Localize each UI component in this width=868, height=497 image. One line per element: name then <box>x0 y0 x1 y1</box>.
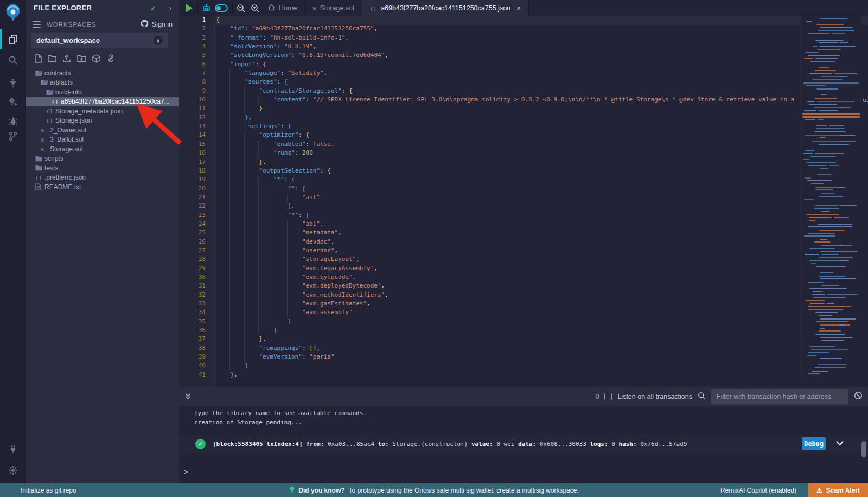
code-line[interactable]: "metadata", <box>216 229 868 238</box>
copilot-toggle[interactable] <box>215 0 228 16</box>
solidity-compiler-icon[interactable] <box>0 75 26 91</box>
code-line[interactable]: "solcVersion": "0.8.19", <box>216 43 868 52</box>
code-line[interactable]: "optimizer": { <box>216 131 868 140</box>
debugger-icon[interactable] <box>0 113 26 129</box>
code-line[interactable]: "evm.assembly" <box>216 309 868 317</box>
settings-gear-icon[interactable] <box>0 462 26 479</box>
minimap-line <box>817 49 841 50</box>
workspaces-menu-icon[interactable] <box>33 21 41 29</box>
file-tree-row[interactable]: SStorage.sol <box>26 144 179 154</box>
init-git-repo-button[interactable]: Initialize as git repo <box>21 487 76 494</box>
code-line[interactable]: "evm.legacyAssembly", <box>216 265 868 273</box>
tab-build-info-json[interactable]: {} a69b43f277ba20fcac141151250ca755.json… <box>362 0 529 16</box>
file-tree-row[interactable]: contracts <box>26 68 179 78</box>
upload-file-icon[interactable] <box>62 54 71 65</box>
code-line[interactable]: "content": "// SPDX-License-Identifier: … <box>216 96 868 105</box>
github-sign-in-button[interactable]: Sign in <box>141 20 173 29</box>
file-tree: contractsartifactsbuild-info{}a69b43f277… <box>26 68 179 192</box>
tab-storage-sol[interactable]: S Storage.sol <box>305 0 362 16</box>
scam-alert-button[interactable]: ⚠ Scam Alert <box>808 483 868 497</box>
panel-chevron-right-icon[interactable]: › <box>169 4 171 12</box>
code-line[interactable]: "id": "a69b43f277ba20fcac141151250ca755"… <box>216 25 868 34</box>
code-line[interactable]: }, <box>216 335 868 344</box>
code-line[interactable]: "language": "Solidity", <box>216 69 868 78</box>
ai-copilot-robot-icon[interactable] <box>202 0 211 16</box>
transaction-row[interactable]: ✓ [block:5583405 txIndex:4] from: 0xa03.… <box>179 435 868 453</box>
tab-home[interactable]: Home <box>260 0 305 16</box>
code-line[interactable]: ] <box>216 318 868 327</box>
doc-icon <box>35 183 44 190</box>
code-line[interactable]: }, <box>216 371 868 380</box>
code-line[interactable]: "evm.gasEstimates", <box>216 300 868 309</box>
code-line[interactable]: "ast" <box>216 194 868 202</box>
code-line[interactable]: "sources": { <box>216 78 868 87</box>
minimap[interactable] <box>801 16 861 383</box>
code-line[interactable]: }, <box>216 158 868 167</box>
upload-folder-icon[interactable] <box>77 54 86 65</box>
run-script-button[interactable] <box>186 0 193 16</box>
listen-all-transactions-checkbox[interactable] <box>604 393 612 400</box>
file-tree-row[interactable]: artifacts <box>26 78 179 88</box>
deploy-run-icon[interactable] <box>0 93 26 110</box>
zoom-in-icon[interactable] <box>251 0 260 16</box>
code-line[interactable]: "remappings": [], <box>216 345 868 353</box>
expand-transaction-icon[interactable] <box>835 439 844 449</box>
code-line[interactable]: "evmVersion": "paris" <box>216 353 868 362</box>
code-line[interactable]: "userdoc", <box>216 247 868 256</box>
code-line[interactable]: "*": { <box>216 176 868 184</box>
code-line[interactable]: "runs": 200 <box>216 149 868 158</box>
code-line[interactable]: "solcLongVersion": "0.8.19+commit.7dd6d4… <box>216 52 868 60</box>
code-line[interactable]: "evm.deployedBytecode", <box>216 282 868 291</box>
zoom-out-icon[interactable] <box>237 0 246 16</box>
code-line[interactable]: "abi", <box>216 220 868 229</box>
code-line[interactable]: ], <box>216 202 868 211</box>
code-line[interactable]: { <box>216 16 868 25</box>
clear-console-icon[interactable] <box>854 391 863 402</box>
code-line[interactable]: "_format": "hh-sol-build-info-1", <box>216 34 868 43</box>
terminal-prompt[interactable]: > <box>184 468 188 476</box>
code-line[interactable]: "settings": { <box>216 123 868 131</box>
file-tree-row[interactable]: {}a69b43f277ba20fcac141151250ca7... <box>26 97 179 107</box>
file-tree-row[interactable]: README.txt <box>26 182 179 192</box>
expand-terminal-icon[interactable] <box>184 393 192 400</box>
file-tree-row[interactable]: {}.prettierrc.json <box>26 173 179 183</box>
code-lines[interactable]: {"id": "a69b43f277ba20fcac141151250ca755… <box>216 16 868 387</box>
code-line[interactable]: "devdoc", <box>216 238 868 247</box>
search-icon[interactable] <box>0 52 26 68</box>
file-explorer-icon[interactable] <box>0 31 26 47</box>
code-line[interactable]: "storageLayout", <box>216 256 868 264</box>
minimap-line <box>813 297 846 298</box>
code-line[interactable]: }, <box>216 114 868 123</box>
code-line[interactable]: "*": [ <box>216 212 868 220</box>
code-line[interactable]: "enabled": false, <box>216 141 868 149</box>
close-tab-icon[interactable]: × <box>516 4 521 12</box>
transaction-filter-input[interactable] <box>711 389 848 404</box>
code-line[interactable]: "outputSelection": { <box>216 167 868 176</box>
code-line[interactable]: "input": { <box>216 61 868 69</box>
publish-box-icon[interactable] <box>92 54 100 65</box>
plugin-manager-icon[interactable] <box>0 441 26 457</box>
new-file-icon[interactable] <box>34 54 42 65</box>
new-folder-icon[interactable] <box>48 54 56 65</box>
code-line[interactable]: "evm.bytecode", <box>216 273 868 282</box>
file-tree-row[interactable]: tests <box>26 163 179 173</box>
code-line[interactable]: "contracts/Storage.sol": { <box>216 87 868 96</box>
code-line[interactable]: } <box>216 327 868 335</box>
code-line[interactable]: } <box>216 105 868 113</box>
file-tree-row[interactable]: {}Storage_metadata.json <box>26 106 179 116</box>
file-tree-row[interactable]: {}Storage.json <box>26 116 179 126</box>
file-tree-row[interactable]: S2_Owner.sol <box>26 125 179 135</box>
git-icon[interactable] <box>0 128 26 144</box>
code-line[interactable]: "evm.methodIdentifiers", <box>216 291 868 300</box>
file-tree-row[interactable]: scripts <box>26 154 179 164</box>
terminal-scrollbar-thumb[interactable] <box>861 441 866 457</box>
copilot-status[interactable]: RemixAI Copilot (enabled) <box>720 487 796 494</box>
file-tree-row[interactable]: build-info <box>26 87 179 97</box>
code-line[interactable]: } <box>216 362 868 371</box>
file-tree-row[interactable]: S3_Ballot.sol <box>26 135 179 145</box>
link-icon[interactable] <box>106 54 116 65</box>
debug-button[interactable]: Debug <box>802 437 826 450</box>
code-line[interactable]: "": [ <box>216 185 868 194</box>
workspace-select[interactable]: default_workspace ▲▼ <box>31 33 168 48</box>
remix-logo-icon[interactable] <box>4 3 22 22</box>
